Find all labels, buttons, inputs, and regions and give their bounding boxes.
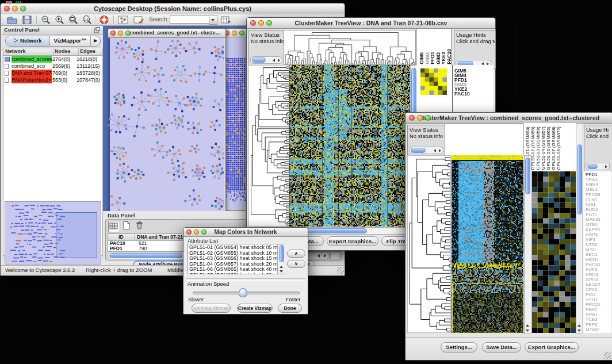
scroll-up-icon[interactable]: [577, 324, 581, 327]
scrollbar-thumb[interactable]: [109, 253, 182, 258]
column-dendrogram[interactable]: [284, 30, 416, 65]
dialog-titlebar[interactable]: Map Colors to Network: [183, 228, 308, 237]
view-status-scrollbar[interactable]: [250, 56, 282, 64]
global-heatmap[interactable]: [452, 155, 523, 333]
row-label[interactable]: GIM3: [454, 82, 494, 87]
scroll-right-icon[interactable]: [324, 254, 326, 258]
scrollbar-thumb[interactable]: [411, 148, 426, 153]
usage-hints-scrollbar[interactable]: [586, 163, 610, 170]
scroll-right-icon[interactable]: [605, 165, 607, 168]
row-label[interactable]: MAK31: [586, 217, 611, 223]
column-label[interactable]: PFD1: [430, 52, 435, 64]
scroll-left-icon[interactable]: [434, 149, 436, 152]
window-controls[interactable]: [186, 229, 206, 235]
row-label[interactable]: PFD1: [586, 173, 611, 178]
minimize-button[interactable]: [417, 115, 423, 121]
row-label[interactable]: GIM4: [454, 73, 494, 78]
row-label[interactable]: MSI1: [586, 248, 611, 253]
row-dendrogram[interactable]: [248, 65, 289, 227]
column-label[interactable]: GIM3: [436, 52, 441, 64]
row-dendrogram[interactable]: [407, 155, 451, 333]
slider-thumb[interactable]: [239, 288, 247, 297]
close-button[interactable]: [110, 30, 116, 36]
row-label[interactable]: YSH1: [586, 298, 611, 303]
tab-vizmapper[interactable]: VizMapper™: [50, 36, 91, 46]
row-label[interactable]: RNR4: [586, 182, 611, 187]
save-icon[interactable]: [21, 15, 33, 25]
scroll-down-icon[interactable]: [280, 270, 283, 273]
minimize-button[interactable]: [258, 20, 264, 26]
heatmap-hscrollbar[interactable]: [289, 227, 417, 235]
scroll-up-icon[interactable]: [280, 266, 283, 268]
row-label[interactable]: SEC1: [586, 252, 611, 258]
row-label[interactable]: PUF3: [586, 267, 611, 273]
scrollbar-thumb[interactable]: [577, 144, 582, 214]
row-label[interactable]: VIP1: [586, 237, 611, 243]
column-label[interactable]: GIM4: [425, 52, 430, 64]
close-button[interactable]: [250, 20, 256, 26]
window-controls[interactable]: [250, 20, 272, 26]
zoom-in-icon[interactable]: [53, 15, 65, 25]
export-graphics-button[interactable]: Export Graphics...: [327, 236, 378, 246]
row-label[interactable]: BUD4: [586, 208, 611, 213]
float-panel-icon[interactable]: [94, 27, 100, 33]
select-attributes-button[interactable]: [108, 221, 120, 232]
row-label[interactable]: CPA2: [586, 288, 611, 293]
resize-grip[interactable]: [604, 352, 611, 359]
network-table-row[interactable]: combined_scores 2764(0) 16218(0): [3, 56, 102, 63]
scroll-down-icon[interactable]: [577, 329, 581, 332]
attribute-list-item[interactable]: GPL51-01 (GSM854) heat shock 05 min: [189, 245, 284, 251]
scroll-left-icon[interactable]: [273, 59, 275, 62]
row-label[interactable]: NIS1: [586, 202, 611, 208]
minimize-button[interactable]: [12, 6, 18, 12]
scroll-up-icon[interactable]: [526, 324, 529, 327]
row-label[interactable]: KAP95: [586, 228, 611, 233]
row-label[interactable]: PAC10: [454, 91, 494, 96]
move-up-button[interactable]: ∧: [287, 250, 305, 258]
zoom-heatmap[interactable]: [532, 171, 576, 333]
column-dendrogram-area[interactable]: [445, 123, 524, 156]
zoom-fit-icon[interactable]: 1:1: [81, 15, 93, 25]
minimize-button[interactable]: [118, 30, 123, 36]
zoom-button[interactable]: [425, 115, 431, 121]
attribute-list-item[interactable]: GPL51-06 (GSM865) heat shock 40 min: [189, 267, 284, 273]
tab-overflow-button[interactable]: ▶: [91, 36, 100, 46]
row-label[interactable]: HAP3: [586, 232, 611, 237]
row-label[interactable]: HMG1: [586, 258, 611, 263]
column-label[interactable]: GPL51-08 (GSM872): [557, 127, 561, 170]
row-label[interactable]: HRD3: [586, 273, 611, 278]
row-label[interactable]: GTB1: [586, 223, 611, 228]
attribute-list-item[interactable]: GPL51-02 (GSM855) heat shock 10 min: [189, 251, 284, 256]
row-label[interactable]: PAN1: [586, 308, 611, 313]
column-label[interactable]: GPL51-04 (GSM857): [541, 127, 546, 170]
column-label[interactable]: GPL51-03 (GSM856): [536, 127, 541, 170]
row-label[interactable]: RPN1: [586, 313, 611, 318]
settings-button[interactable]: Settings...: [441, 342, 477, 352]
network-table-header[interactable]: Network Nodes Edges: [3, 48, 102, 56]
resize-grip[interactable]: [337, 267, 344, 274]
row-label[interactable]: TCB3: [586, 317, 611, 323]
view-status-scrollbar[interactable]: [409, 147, 443, 154]
close-button[interactable]: [409, 115, 415, 121]
close-button[interactable]: [4, 6, 10, 12]
row-label[interactable]: PHO81: [586, 263, 611, 268]
zoom-button[interactable]: [266, 20, 272, 26]
search-input[interactable]: [170, 16, 211, 24]
row-label[interactable]: FIG4: [586, 293, 611, 298]
zoom-out-icon[interactable]: [40, 15, 51, 25]
window-controls[interactable]: [4, 6, 26, 12]
minimize-button[interactable]: [194, 229, 199, 235]
attribute-list-item[interactable]: GPL51-03 (GSM856) heat shock 15 min: [189, 256, 284, 262]
row-label[interactable]: NTR2: [586, 243, 611, 248]
row-label[interactable]: PFD1: [454, 78, 494, 82]
network-overview-panel[interactable]: [5, 201, 101, 265]
window-controls[interactable]: [110, 30, 131, 36]
scrollbar-thumb[interactable]: [587, 164, 598, 169]
network-view-icon[interactable]: [117, 15, 129, 25]
scroll-left-icon[interactable]: [318, 254, 320, 258]
scrollbar-thumb[interactable]: [252, 58, 266, 63]
row-label[interactable]: GIM5: [454, 68, 494, 73]
network-table-row[interactable]: DNA and Tran 07 769(0) 183728(0): [3, 70, 102, 76]
row-label[interactable]: ELG1: [586, 213, 611, 218]
row-label[interactable]: RPO21: [586, 302, 611, 308]
